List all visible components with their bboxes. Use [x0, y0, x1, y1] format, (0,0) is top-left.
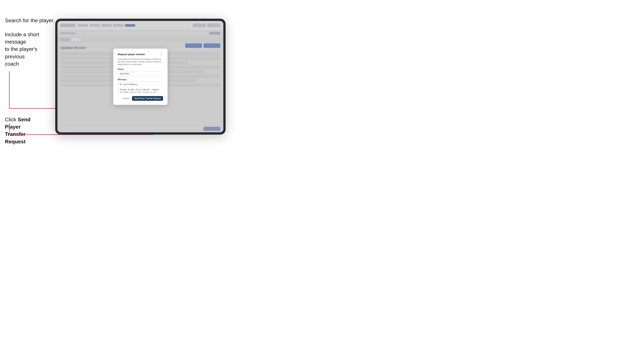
- modal-close-button[interactable]: ×: [160, 53, 163, 56]
- modal-description: If the player is transferring from anoth…: [118, 58, 163, 66]
- annotation-search-text: Search for the player.: [5, 17, 55, 24]
- send-transfer-request-button[interactable]: Send Player Transfer Request: [132, 96, 163, 101]
- modal-header: Request player transfer ×: [118, 53, 163, 56]
- player-search-input[interactable]: [118, 71, 163, 76]
- cancel-button[interactable]: Cancel: [121, 96, 130, 100]
- message-textarea[interactable]: [118, 81, 163, 93]
- modal-actions: Cancel Send Player Transfer Request: [118, 96, 163, 101]
- tablet-screen: Update Roster Request player: [58, 21, 223, 132]
- message-label: Message: [118, 78, 163, 81]
- request-transfer-modal: Request player transfer × If the player …: [113, 49, 168, 105]
- tablet-frame: Update Roster Request player: [55, 19, 226, 135]
- player-label: Player: [118, 68, 163, 70]
- annotation-click-text: Click Send Player Transfer Request: [5, 116, 46, 145]
- annotation-message-text: Include a short message to the player's …: [5, 31, 54, 67]
- modal-overlay: Request player transfer × If the player …: [58, 21, 223, 132]
- modal-title: Request player transfer: [118, 53, 145, 56]
